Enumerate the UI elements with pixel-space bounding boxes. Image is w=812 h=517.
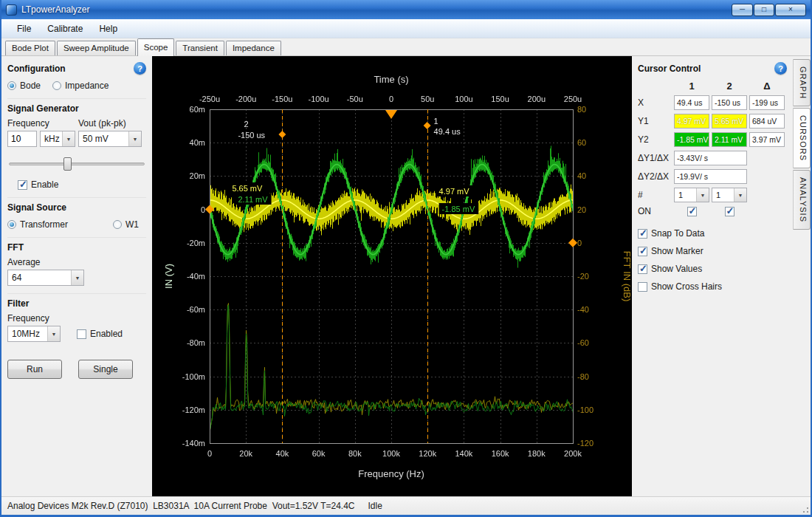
w1-radio[interactable]: W1 [113, 219, 139, 230]
chevron-down-icon: ▼ [734, 188, 746, 202]
y2-delta-value: 3.97 mV [749, 132, 785, 147]
checkbox-icon [77, 329, 86, 339]
impedance-radio-label: Impedance [65, 81, 109, 91]
cursor2-on-checkbox[interactable] [725, 207, 734, 216]
dy2dx-row-label: ΔY2/ΔX [638, 171, 672, 182]
filter-frequency-select[interactable]: 10MHz ▼ [7, 326, 61, 342]
y1-row-label: Y1 [638, 116, 672, 126]
tab-sweep-amplitude[interactable]: Sweep Amplitude [57, 41, 136, 55]
frequency-label: Frequency [7, 118, 75, 129]
y2-row-label: Y2 [638, 134, 672, 145]
side-tab-strip: GRAPH CURSORS ANALYSIS [793, 56, 811, 496]
y2-cursor1-value: -1.85 mV [674, 132, 709, 147]
status-bar: Analog Devices M2k Rev.D (Z7010) LB3031A… [1, 496, 811, 515]
vout-select[interactable]: 50 mV ▼ [78, 131, 142, 147]
transformer-radio[interactable]: Transformer [7, 219, 68, 230]
checkbox-icon [638, 264, 647, 274]
cursor2-number-select[interactable]: 1 ▼ [712, 188, 747, 202]
cursor-number-row-label: # [638, 190, 672, 200]
y2-cursor2-value: 2.11 mV [712, 132, 747, 147]
checkbox-icon [638, 247, 647, 256]
help-icon[interactable]: ? [134, 62, 146, 75]
single-button[interactable]: Single [78, 360, 133, 379]
radio-icon [7, 81, 16, 90]
side-tab-graph[interactable]: GRAPH [793, 59, 811, 106]
average-select[interactable]: 64 ▼ [7, 270, 84, 286]
filter-enabled-label: Enabled [90, 329, 123, 339]
cursor1-number-value: 1 [678, 191, 683, 199]
show-marker-checkbox[interactable]: Show Marker [638, 246, 787, 256]
transformer-radio-label: Transformer [20, 219, 68, 230]
radio-icon [113, 220, 122, 229]
chevron-down-icon: ▼ [71, 270, 83, 285]
enable-checkbox-label: Enable [31, 179, 58, 190]
fft-heading: FFT [7, 242, 24, 253]
chevron-down-icon: ▼ [128, 131, 141, 146]
menu-calibrate[interactable]: Calibrate [39, 21, 91, 37]
show-values-checkbox[interactable]: Show Values [638, 264, 787, 274]
filter-frequency-label: Frequency [7, 313, 146, 323]
amplitude-slider[interactable] [9, 156, 145, 172]
side-tab-cursors[interactable]: CURSORS [793, 108, 811, 168]
cursor1-number-select[interactable]: 1 ▼ [674, 188, 709, 202]
show-cross-hairs-checkbox[interactable]: Show Cross Hairs [638, 281, 787, 292]
tab-scope[interactable]: Scope [137, 38, 175, 56]
tab-impedance[interactable]: Impedance [226, 41, 281, 55]
chevron-down-icon: ▼ [696, 188, 709, 202]
average-label: Average [7, 257, 146, 267]
left-panel: Configuration ? Bode Impedance Signal Ge… [1, 56, 152, 496]
checkbox-icon [638, 282, 647, 292]
bode-radio[interactable]: Bode [7, 81, 41, 91]
filter-enabled-checkbox[interactable]: Enabled [77, 329, 123, 339]
help-icon[interactable]: ? [774, 62, 787, 75]
close-button[interactable]: × [775, 4, 806, 16]
status-device-info: Analog Devices M2k Rev.D (Z7010) LB3031A… [7, 501, 355, 511]
frequency-unit-select[interactable]: kHz ▼ [40, 131, 75, 147]
slider-thumb[interactable] [63, 157, 72, 171]
enable-checkbox[interactable]: Enable [18, 179, 146, 190]
side-tab-analysis[interactable]: ANALYSIS [793, 170, 811, 230]
radio-icon [7, 220, 16, 229]
filter-frequency-value: 10MHz [12, 329, 40, 339]
menu-help[interactable]: Help [91, 21, 125, 37]
x-cursor2-value: -150 us [712, 95, 747, 110]
vout-label: Vout (pk-pk) [78, 118, 146, 129]
chevron-down-icon: ▼ [47, 326, 60, 341]
tab-transient[interactable]: Transient [176, 41, 224, 55]
minimize-button[interactable]: ─ [732, 4, 753, 16]
signal-generator-heading: Signal Generator [7, 103, 79, 114]
tab-bode-plot[interactable]: Bode Plot [5, 41, 55, 55]
status-state: Idle [368, 501, 382, 511]
chevron-down-icon: ▼ [62, 131, 75, 146]
menu-bar: File Calibrate Help [1, 19, 811, 38]
cursor-control-heading: Cursor Control [638, 64, 701, 74]
cursor1-on-checkbox[interactable] [687, 207, 697, 216]
cursor2-number-value: 1 [716, 191, 720, 199]
cursor1-column-header: 1 [674, 81, 709, 92]
resize-grip-icon[interactable] [802, 506, 809, 513]
snap-to-data-label: Snap To Data [651, 228, 705, 239]
cursor-readout-grid: 1 2 Δ X 49.4 us -150 us -199 us Y1 4.97 … [638, 81, 787, 216]
x-cursor1-value: 49.4 us [674, 95, 709, 110]
cursor2-column-header: 2 [712, 81, 747, 92]
cursor-control-panel: Cursor Control ? 1 2 Δ X 49.4 us -150 us… [632, 56, 793, 496]
y1-cursor1-value: 4.97 mV [674, 114, 709, 129]
checkbox-icon [638, 229, 647, 239]
bode-radio-label: Bode [20, 81, 41, 91]
w1-radio-label: W1 [125, 219, 139, 230]
snap-to-data-checkbox[interactable]: Snap To Data [638, 228, 787, 239]
maximize-button[interactable]: □ [754, 4, 774, 16]
signal-source-heading: Signal Source [7, 202, 66, 213]
dy1dx-value: -3.43V/ s [674, 151, 747, 165]
frequency-input[interactable] [7, 131, 37, 147]
menu-file[interactable]: File [9, 21, 39, 37]
scope-plot-canvas[interactable] [152, 56, 632, 496]
radio-icon [52, 81, 61, 90]
frequency-unit-value: kHz [44, 134, 60, 144]
impedance-radio[interactable]: Impedance [52, 81, 109, 91]
on-row-label: ON [638, 206, 672, 216]
vout-value: 50 mV [83, 134, 109, 144]
app-window: LTpowerAnalyzer ─ □ × File Calibrate Hel… [0, 0, 812, 517]
run-button[interactable]: Run [7, 360, 62, 379]
show-marker-label: Show Marker [651, 246, 703, 256]
